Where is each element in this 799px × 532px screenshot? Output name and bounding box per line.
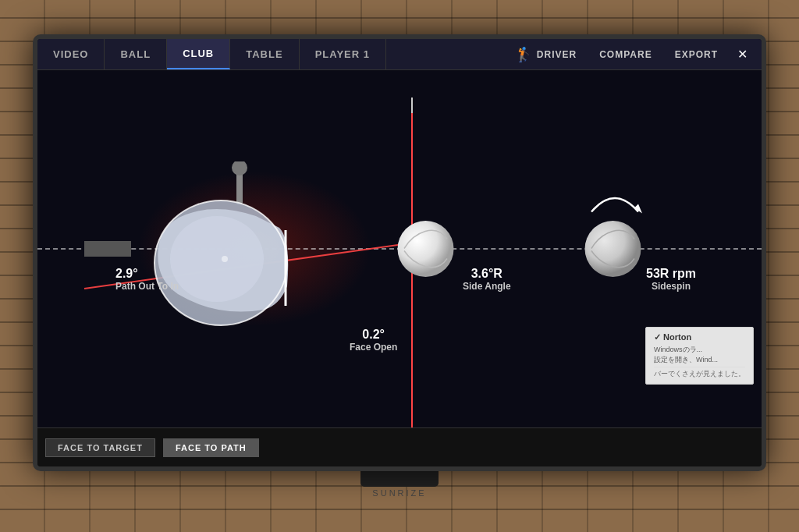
- monitor-stand: [360, 471, 439, 487]
- svg-point-11: [585, 221, 641, 277]
- compare-button[interactable]: COMPARE: [590, 49, 661, 60]
- face-open-description: Face Open: [350, 342, 397, 353]
- close-button[interactable]: ✕: [731, 47, 754, 62]
- ball-near: [396, 220, 455, 278]
- notification-popup: ✓ Norton Windowsのラ...設定を開き、Wind... バーでくさ…: [645, 327, 754, 385]
- tab-player1[interactable]: PLAYER 1: [300, 39, 386, 69]
- face-open-label: 0.2° Face Open: [350, 328, 397, 353]
- club-head: [147, 161, 303, 336]
- path-description: Path Out To In: [115, 281, 179, 292]
- nav-right: 🏌 DRIVER COMPARE EXPORT ✕: [506, 46, 762, 63]
- svg-point-9: [398, 221, 454, 277]
- face-indicator: [84, 241, 131, 257]
- sidespin-label: 53R rpm Sidespin: [646, 267, 696, 292]
- face-to-path-button[interactable]: FACE TO PATH: [163, 438, 259, 457]
- svg-point-5: [170, 216, 264, 302]
- far-ball-svg: [584, 220, 642, 278]
- bottom-bar: FACE TO TARGET FACE TO PATH: [37, 427, 762, 466]
- near-ball-svg: [396, 220, 455, 278]
- driver-icon: 🏌: [515, 46, 533, 63]
- monitor: VIDEO BALL CLUB TABLE PLAYER 1 🏌 DR: [33, 34, 766, 471]
- side-angle-label: 3.6°R Side Angle: [463, 267, 511, 292]
- main-content: 2.9° Path Out To In 3.6°R Side Angle 53R…: [37, 70, 762, 427]
- face-to-target-button[interactable]: FACE TO TARGET: [45, 438, 155, 457]
- notification-sub: バーでくさえが見えました。: [654, 367, 745, 379]
- sidespin-arrow-svg: [576, 181, 654, 220]
- nav-bar: VIDEO BALL CLUB TABLE PLAYER 1 🏌 DR: [37, 39, 762, 70]
- nav-tabs: VIDEO BALL CLUB TABLE PLAYER 1: [37, 39, 386, 69]
- notification-body: Windowsのラ...設定を開き、Wind...: [654, 345, 745, 365]
- club-svg: [147, 161, 303, 333]
- driver-button[interactable]: 🏌 DRIVER: [506, 46, 586, 63]
- face-open-value: 0.2°: [350, 328, 397, 342]
- svg-point-3: [232, 161, 247, 176]
- sidespin-value: 53R rpm: [646, 267, 696, 281]
- side-angle-value: 3.6°R: [463, 267, 511, 281]
- notification-title: ✓ Norton: [654, 332, 745, 342]
- tab-club[interactable]: CLUB: [167, 39, 230, 69]
- sidespin-description: Sidespin: [646, 281, 696, 292]
- tab-table[interactable]: TABLE: [230, 39, 299, 69]
- export-button[interactable]: EXPORT: [666, 49, 727, 60]
- svg-point-7: [222, 256, 228, 262]
- notification-text: Windowsのラ...設定を開き、Wind...: [654, 346, 718, 364]
- side-angle-description: Side Angle: [463, 281, 511, 292]
- svg-marker-10: [634, 204, 642, 214]
- path-label: 2.9° Path Out To In: [115, 267, 179, 292]
- vertical-tick: [411, 98, 413, 113]
- monitor-brand: SUNRIZE: [372, 488, 426, 498]
- path-value: 2.9°: [115, 267, 179, 281]
- tab-ball[interactable]: BALL: [105, 39, 167, 69]
- tab-video[interactable]: VIDEO: [37, 39, 105, 69]
